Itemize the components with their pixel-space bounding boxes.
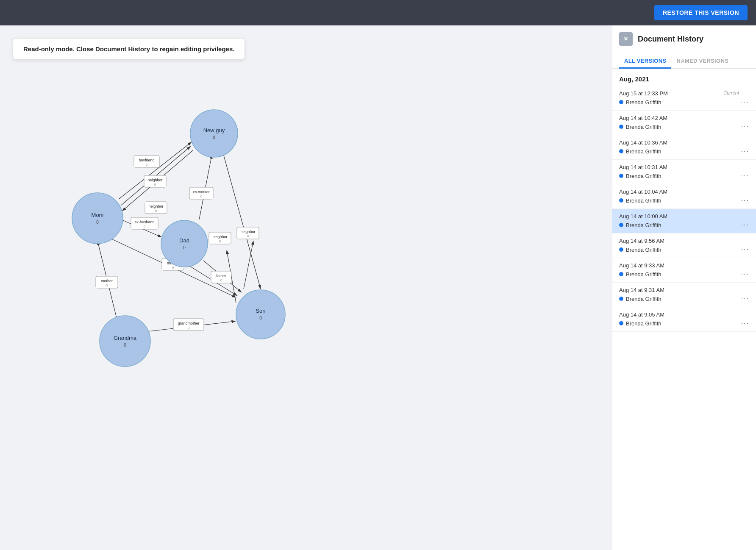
svg-text:boyfriend: boyfriend — [139, 158, 154, 162]
version-user: Brenda Griffith — [619, 222, 662, 228]
version-user: Brenda Griffith — [619, 271, 662, 278]
version-menu-button[interactable]: ··· — [741, 98, 749, 106]
svg-text:mother: mother — [101, 279, 113, 283]
version-user: Brenda Griffith — [619, 148, 662, 155]
version-menu-button[interactable]: ··· — [741, 246, 749, 253]
version-menu-button[interactable]: ··· — [741, 270, 749, 278]
readonly-banner: Read-only mode. Close Document History t… — [13, 38, 245, 60]
restore-button[interactable]: RESTORE THIS VERSION — [654, 5, 748, 20]
svg-text:father: father — [216, 274, 226, 278]
svg-text:0: 0 — [259, 316, 262, 320]
version-item[interactable]: Aug 14 at 9:33 AMBrenda Griffith··· — [612, 258, 756, 283]
user-name: Brenda Griffith — [626, 271, 662, 278]
user-dot — [619, 125, 623, 129]
version-time: Aug 14 at 10:31 AM — [619, 164, 749, 170]
version-time: Aug 14 at 9:56 AM — [619, 238, 749, 244]
version-time: Aug 14 at 10:00 AM — [619, 213, 749, 219]
svg-line-7 — [244, 241, 253, 289]
svg-text:grandmother: grandmother — [178, 321, 199, 325]
svg-text:0: 0 — [247, 234, 249, 238]
version-menu-button[interactable]: ··· — [741, 147, 749, 155]
svg-text:0: 0 — [155, 209, 157, 213]
sidebar: × Document History ALL VERSIONS NAMED VE… — [612, 25, 756, 550]
graph-svg: boyfriend 0 neighbor 0 neighbor 0 co-wor… — [25, 68, 373, 428]
close-button[interactable]: × — [619, 32, 633, 46]
svg-text:0: 0 — [144, 225, 146, 228]
version-user-row: Brenda Griffith··· — [619, 98, 749, 106]
main-layout: Read-only mode. Close Document History t… — [0, 25, 756, 550]
node-mom[interactable] — [72, 193, 123, 244]
version-time: Aug 14 at 9:05 AM — [619, 311, 749, 318]
svg-text:0: 0 — [200, 194, 203, 198]
user-dot — [619, 223, 623, 227]
version-user-row: Brenda Griffith··· — [619, 221, 749, 229]
version-user: Brenda Griffith — [619, 99, 662, 106]
version-user: Brenda Griffith — [619, 124, 662, 130]
version-user: Brenda Griffith — [619, 173, 662, 179]
version-user-row: Brenda Griffith··· — [619, 123, 749, 131]
user-name: Brenda Griffith — [626, 247, 662, 253]
svg-text:Son: Son — [256, 308, 265, 314]
version-time: Aug 14 at 9:31 AM — [619, 287, 749, 293]
svg-text:0: 0 — [124, 343, 126, 347]
svg-text:neighbor: neighbor — [212, 235, 227, 239]
svg-text:0: 0 — [188, 326, 190, 330]
user-name: Brenda Griffith — [626, 222, 662, 228]
version-menu-button[interactable]: ··· — [741, 295, 749, 303]
version-menu-button[interactable]: ··· — [741, 221, 749, 229]
svg-line-12 — [223, 153, 261, 289]
version-time: Aug 14 at 10:42 AM — [619, 115, 749, 121]
user-dot — [619, 174, 623, 178]
version-time: Aug 14 at 9:33 AM — [619, 262, 749, 269]
version-user: Brenda Griffith — [619, 320, 662, 327]
version-menu-button[interactable]: ··· — [741, 123, 749, 131]
user-dot — [619, 272, 623, 276]
version-menu-button[interactable]: ··· — [741, 197, 749, 204]
version-item[interactable]: Aug 14 at 10:04 AMBrenda Griffith··· — [612, 184, 756, 209]
version-item[interactable]: Aug 14 at 10:31 AMBrenda Griffith··· — [612, 160, 756, 184]
user-dot — [619, 297, 623, 301]
sidebar-title: Document History — [638, 35, 703, 44]
node-dad[interactable] — [161, 220, 208, 267]
version-user-row: Brenda Griffith··· — [619, 246, 749, 253]
versions-list: Aug 15 at 12:33 PMBrenda Griffith···Curr… — [612, 86, 756, 332]
version-user-row: Brenda Griffith··· — [619, 147, 749, 155]
version-item[interactable]: Aug 14 at 9:56 AMBrenda Griffith··· — [612, 233, 756, 258]
user-name: Brenda Griffith — [626, 173, 662, 179]
version-menu-button[interactable]: ··· — [741, 319, 749, 327]
user-dot — [619, 198, 623, 203]
current-badge: Current — [723, 90, 739, 95]
user-name: Brenda Griffith — [626, 148, 662, 155]
sidebar-tabs: ALL VERSIONS NAMED VERSIONS — [612, 49, 756, 69]
svg-text:0: 0 — [96, 220, 99, 225]
svg-text:neighbor: neighbor — [148, 204, 163, 208]
version-time: Aug 14 at 10:04 AM — [619, 189, 749, 195]
svg-text:0: 0 — [213, 135, 215, 140]
tab-named-versions[interactable]: NAMED VERSIONS — [671, 54, 734, 69]
svg-line-1 — [119, 142, 192, 199]
version-item[interactable]: Aug 14 at 9:31 AMBrenda Griffith··· — [612, 283, 756, 307]
user-name: Brenda Griffith — [626, 320, 662, 327]
version-item[interactable]: Aug 15 at 12:33 PMBrenda Griffith···Curr… — [612, 86, 756, 111]
svg-text:0: 0 — [106, 283, 108, 287]
version-user-row: Brenda Griffith··· — [619, 295, 749, 303]
node-newguy[interactable] — [190, 110, 238, 157]
sidebar-content: Aug, 2021 Aug 15 at 12:33 PMBrenda Griff… — [612, 69, 756, 550]
version-item[interactable]: Aug 14 at 10:00 AMBrenda Griffith··· — [612, 209, 756, 233]
user-name: Brenda Griffith — [626, 296, 662, 302]
svg-text:0: 0 — [219, 239, 221, 243]
version-user-row: Brenda Griffith··· — [619, 172, 749, 180]
version-item[interactable]: Aug 14 at 10:36 AMBrenda Griffith··· — [612, 135, 756, 160]
month-header: Aug, 2021 — [612, 69, 756, 86]
tab-all-versions[interactable]: ALL VERSIONS — [619, 54, 671, 69]
svg-text:0: 0 — [183, 245, 186, 250]
svg-text:Mom: Mom — [92, 212, 104, 218]
node-grandma[interactable] — [100, 316, 150, 367]
version-item[interactable]: Aug 14 at 10:42 AMBrenda Griffith··· — [612, 111, 756, 135]
version-menu-button[interactable]: ··· — [741, 172, 749, 180]
node-son[interactable] — [236, 290, 285, 339]
version-item[interactable]: Aug 14 at 9:05 AMBrenda Griffith··· — [612, 307, 756, 332]
svg-text:neighbor: neighbor — [240, 230, 255, 234]
user-dot — [619, 321, 623, 325]
version-time: Aug 14 at 10:36 AM — [619, 139, 749, 146]
